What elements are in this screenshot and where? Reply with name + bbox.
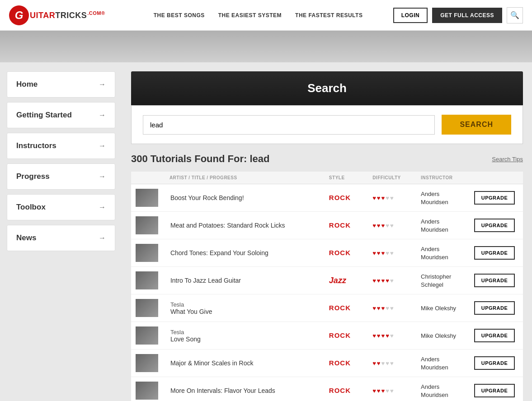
tutorial-title: Chord Tones: Expand Your Soloing xyxy=(170,249,320,256)
difficulty-cell: ♥♥♥♥♥ xyxy=(368,239,416,267)
upgrade-button[interactable]: UPGRADE xyxy=(474,246,515,260)
search-tips-link[interactable]: Search Tips xyxy=(492,156,523,163)
arrow-icon-getting-started: → xyxy=(99,111,106,119)
style-cell: Jazz xyxy=(325,267,368,294)
heart-filled-icon: ♥ xyxy=(377,360,381,367)
heart-empty-icon: ♥ xyxy=(390,250,394,256)
upgrade-button[interactable]: UPGRADE xyxy=(474,384,515,397)
instructor-cell: Anders Mouridsen xyxy=(416,212,470,239)
upgrade-button[interactable]: UPGRADE xyxy=(474,191,515,205)
action-cell: UPGRADE xyxy=(470,212,523,239)
title-cell[interactable]: TeslaLove Song xyxy=(165,322,325,350)
logo-brand-text: UITARTRICKS.COM® xyxy=(30,10,105,20)
heart-filled-icon: ♥ xyxy=(381,250,385,256)
table-row: Major & Minor Scales in RockROCK♥♥♥♥♥And… xyxy=(131,350,523,377)
sidebar-label-instructors: Instructors xyxy=(16,141,56,150)
heart-filled-icon: ♥ xyxy=(372,195,376,201)
sidebar-item-progress[interactable]: Progress → xyxy=(7,163,115,190)
col-header-thumb xyxy=(131,172,165,184)
thumbnail xyxy=(136,299,158,317)
upgrade-button[interactable]: UPGRADE xyxy=(474,329,515,342)
sidebar-label-news: News xyxy=(16,233,36,242)
sidebar-item-instructors[interactable]: Instructors → xyxy=(7,133,115,159)
difficulty-hearts: ♥♥♥♥♥ xyxy=(372,195,412,201)
thumbnail-cell[interactable] xyxy=(131,377,165,401)
heart-filled-icon: ♥ xyxy=(377,305,381,312)
thumbnail xyxy=(136,244,158,262)
heart-filled-icon: ♥ xyxy=(377,387,381,394)
arrow-icon-instructors: → xyxy=(99,142,106,150)
instructor-name: Anders Mouridsen xyxy=(421,191,448,205)
title-cell[interactable]: Major & Minor Scales in Rock xyxy=(165,350,325,377)
thumbnail-cell[interactable] xyxy=(131,212,165,239)
thumbnail xyxy=(136,271,158,289)
logo[interactable]: G UITARTRICKS.COM® xyxy=(9,5,105,25)
search-panel: Search SEARCH xyxy=(131,71,523,144)
action-cell: UPGRADE xyxy=(470,322,523,350)
thumbnail-cell[interactable] xyxy=(131,350,165,377)
style-label: ROCK xyxy=(329,359,351,367)
sidebar-item-getting-started[interactable]: Getting Started → xyxy=(7,102,115,128)
table-row: More On Intervals: Flavor Your LeadsROCK… xyxy=(131,377,523,401)
nav-easiest-system[interactable]: THE EASIEST SYSTEM xyxy=(218,12,282,19)
col-header-style: STYLE xyxy=(325,172,368,184)
heart-empty-icon: ♥ xyxy=(390,360,394,367)
sidebar-item-news[interactable]: News → xyxy=(7,225,115,251)
results-count: 300 Tutorials Found For: lead xyxy=(131,153,269,165)
difficulty-cell: ♥♥♥♥♥ xyxy=(368,377,416,401)
style-label: ROCK xyxy=(329,387,351,394)
instructor-name: Mike Olekshy xyxy=(421,332,456,339)
get-access-button[interactable]: GET FULL ACCESS xyxy=(432,8,502,23)
style-label: ROCK xyxy=(329,249,351,256)
heart-filled-icon: ♥ xyxy=(381,195,385,201)
sidebar-item-home[interactable]: Home → xyxy=(7,71,115,98)
heart-filled-icon: ♥ xyxy=(372,222,376,229)
heart-filled-icon: ♥ xyxy=(372,250,376,256)
thumbnail-cell[interactable] xyxy=(131,322,165,350)
search-icon: 🔍 xyxy=(510,11,519,19)
col-header-action xyxy=(470,172,523,184)
upgrade-button[interactable]: UPGRADE xyxy=(474,301,515,315)
nav-best-songs[interactable]: THE BEST SONGS xyxy=(154,12,205,19)
search-button[interactable]: SEARCH xyxy=(442,115,511,135)
title-cell[interactable]: Boost Your Rock Bending! xyxy=(165,184,325,212)
table-header-row: ARTIST / TITLE / PROGRESS STYLE DIFFICUL… xyxy=(131,172,523,184)
artist-name: Tesla xyxy=(170,329,320,336)
main-layout: Home → Getting Started → Instructors → P… xyxy=(0,62,532,401)
title-cell[interactable]: Chord Tones: Expand Your Soloing xyxy=(165,239,325,267)
login-button[interactable]: LOGIN xyxy=(393,8,428,23)
thumbnail-cell[interactable] xyxy=(131,294,165,322)
sidebar-label-progress: Progress xyxy=(16,172,50,181)
thumbnail-cell[interactable] xyxy=(131,239,165,267)
table-row: Meat and Potatoes: Standard Rock LicksRO… xyxy=(131,212,523,239)
nav-fastest-results[interactable]: THE FASTEST RESULTS xyxy=(295,12,363,19)
heart-filled-icon: ♥ xyxy=(381,222,385,229)
search-icon-button[interactable]: 🔍 xyxy=(507,7,523,23)
style-label: ROCK xyxy=(329,194,351,201)
title-cell[interactable]: More On Intervals: Flavor Your Leads xyxy=(165,377,325,401)
style-label: ROCK xyxy=(329,304,351,312)
col-header-difficulty: DIFFICULTY xyxy=(368,172,416,184)
sidebar: Home → Getting Started → Instructors → P… xyxy=(0,62,122,401)
search-input[interactable] xyxy=(143,115,435,135)
arrow-icon-toolbox: → xyxy=(99,203,106,211)
upgrade-button[interactable]: UPGRADE xyxy=(474,356,515,370)
title-cell[interactable]: TeslaWhat You Give xyxy=(165,294,325,322)
table-row: TeslaWhat You GiveROCK♥♥♥♥♥Mike OlekshyU… xyxy=(131,294,523,322)
heart-empty-icon: ♥ xyxy=(386,305,389,312)
style-cell: ROCK xyxy=(325,294,368,322)
upgrade-button[interactable]: UPGRADE xyxy=(474,274,515,287)
upgrade-button[interactable]: UPGRADE xyxy=(474,219,515,232)
heart-filled-icon: ♥ xyxy=(381,332,385,339)
title-cell[interactable]: Meat and Potatoes: Standard Rock Licks xyxy=(165,212,325,239)
heart-empty-icon: ♥ xyxy=(381,360,385,367)
thumbnail-cell[interactable] xyxy=(131,184,165,212)
style-label: Jazz xyxy=(329,276,346,285)
heart-empty-icon: ♥ xyxy=(390,387,394,394)
sidebar-item-toolbox[interactable]: Toolbox → xyxy=(7,194,115,220)
thumbnail-cell[interactable] xyxy=(131,267,165,294)
table-row: Chord Tones: Expand Your SoloingROCK♥♥♥♥… xyxy=(131,239,523,267)
instructor-cell: Anders Mouridsen xyxy=(416,350,470,377)
instructor-name: Mike Olekshy xyxy=(421,305,456,312)
title-cell[interactable]: Intro To Jazz Lead Guitar xyxy=(165,267,325,294)
